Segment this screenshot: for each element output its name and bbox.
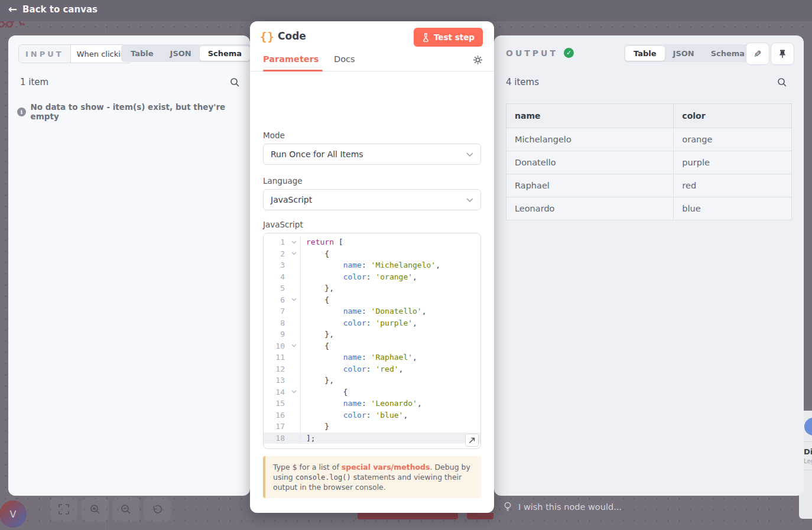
- code-line[interactable]: 6 {: [264, 294, 480, 306]
- line-number: 11: [264, 352, 288, 363]
- zoom-in-icon: [90, 504, 100, 515]
- table-cell[interactable]: purple: [674, 151, 792, 174]
- pushpin-icon: [778, 49, 787, 58]
- code-line[interactable]: 15 name: 'Leonardo',: [264, 398, 480, 409]
- back-to-canvas-button[interactable]: ← Back to canvas: [8, 4, 98, 15]
- input-view-tabs: TableJSONSchema: [121, 44, 251, 62]
- code-editor[interactable]: 1return [2 {3 name: 'Michelangelo',4 col…: [263, 233, 481, 449]
- code-text: {: [301, 294, 480, 306]
- avatar[interactable]: V: [0, 500, 27, 528]
- chevron-down-icon: [466, 152, 473, 157]
- table-cell[interactable]: red: [674, 174, 792, 197]
- mode-label: Mode: [263, 131, 481, 140]
- pencil-icon: ✎: [753, 48, 761, 60]
- info-icon: i: [17, 108, 26, 116]
- code-line[interactable]: 1return [: [264, 236, 480, 248]
- output-tab-json[interactable]: JSON: [665, 46, 703, 61]
- code-line[interactable]: 11 name: 'Raphael',: [264, 352, 480, 363]
- pin-data-button[interactable]: [771, 43, 794, 65]
- code-line[interactable]: 8 color: 'purple',: [264, 317, 480, 329]
- output-search-button[interactable]: [777, 77, 787, 87]
- node-feedback-label: I wish this node would...: [518, 502, 622, 512]
- hint-code: console.log(): [295, 473, 351, 482]
- node-feedback-link[interactable]: I wish this node would...: [504, 502, 622, 512]
- node-title[interactable]: Code: [278, 30, 306, 42]
- editor-label: JavaScript: [263, 220, 481, 229]
- expand-arrow-icon: [469, 437, 475, 444]
- line-number: 1: [264, 236, 288, 248]
- canvas-node-button: [467, 513, 493, 519]
- zoom-in-button[interactable]: [82, 497, 109, 522]
- hint-text: Type $ for a list of: [273, 463, 342, 472]
- test-step-button[interactable]: Test step: [414, 28, 483, 47]
- undo-icon: [152, 504, 163, 515]
- code-line[interactable]: 9 },: [264, 329, 480, 340]
- undo-button[interactable]: [144, 497, 171, 522]
- input-search-button[interactable]: [230, 77, 240, 87]
- code-text: },: [301, 375, 480, 386]
- fold-chevron-icon[interactable]: [288, 294, 301, 306]
- code-line[interactable]: 14 {: [264, 386, 480, 398]
- test-step-label: Test step: [434, 32, 475, 42]
- fold-gutter: [288, 329, 301, 340]
- mode-select[interactable]: Run Once for All Items: [263, 144, 481, 165]
- edit-output-button[interactable]: ✎: [746, 43, 769, 65]
- fold-chevron-icon[interactable]: [288, 236, 301, 248]
- table-cell[interactable]: Leonardo: [506, 197, 674, 220]
- code-line[interactable]: 10 {: [264, 340, 480, 352]
- line-number: 8: [264, 317, 288, 329]
- table-cell[interactable]: orange: [674, 128, 792, 151]
- code-text: name: 'Leonardo',: [301, 398, 480, 409]
- input-tab-json[interactable]: JSON: [162, 46, 200, 61]
- code-line[interactable]: 16 color: 'blue',: [264, 409, 480, 421]
- code-line[interactable]: 13 },: [264, 375, 480, 386]
- code-line[interactable]: 12 color: 'red',: [264, 363, 480, 375]
- code-text: }: [301, 421, 480, 433]
- tab-parameters[interactable]: Parameters: [263, 54, 319, 64]
- code-text: color: 'purple',: [301, 317, 480, 329]
- output-view-tabs: TableJSONSchema: [624, 44, 754, 62]
- code-line[interactable]: 7 name: 'Donatello',: [264, 305, 480, 317]
- tab-docs[interactable]: Docs: [334, 54, 355, 64]
- fit-view-button[interactable]: [50, 497, 77, 522]
- output-header: OUTPUT ✓: [506, 48, 574, 58]
- code-text: color: 'blue',: [301, 409, 480, 421]
- fold-gutter: [288, 282, 301, 294]
- fold-gutter: [288, 363, 301, 375]
- output-panel-label: OUTPUT: [506, 48, 558, 58]
- fold-chevron-icon[interactable]: [288, 248, 301, 260]
- input-tab-schema[interactable]: Schema: [200, 46, 250, 61]
- editor-hint-callout: Type $ for a list of special vars/method…: [263, 456, 481, 498]
- column-header-name[interactable]: name: [506, 104, 674, 128]
- code-line[interactable]: 2 {: [264, 248, 480, 260]
- node-settings-button[interactable]: [473, 55, 483, 65]
- language-select[interactable]: JavaScript: [263, 189, 481, 210]
- table-cell[interactable]: blue: [674, 197, 792, 220]
- fold-gutter: [288, 317, 301, 329]
- input-tab-table[interactable]: Table: [122, 46, 162, 61]
- code-line[interactable]: 3 name: 'Michelangelo',: [264, 259, 480, 271]
- fold-chevron-icon[interactable]: [288, 340, 301, 352]
- output-tab-table[interactable]: Table: [625, 46, 665, 61]
- language-value: JavaScript: [271, 195, 312, 204]
- table-cell[interactable]: Raphael: [506, 174, 674, 197]
- fold-gutter: [288, 409, 301, 421]
- code-text: {: [301, 386, 480, 398]
- column-header-color[interactable]: color: [674, 104, 792, 128]
- code-line[interactable]: 18];: [264, 433, 480, 444]
- line-number: 7: [264, 305, 288, 317]
- table-row: Raphaelred: [506, 174, 792, 197]
- code-line[interactable]: 4 color: 'orange',: [264, 271, 480, 283]
- code-line[interactable]: 17 }: [264, 421, 480, 433]
- code-line[interactable]: 5 },: [264, 282, 480, 294]
- special-vars-link[interactable]: special vars/methods: [342, 463, 430, 472]
- table-cell[interactable]: Donatello: [506, 151, 674, 174]
- table-cell[interactable]: Michelangelo: [506, 128, 674, 151]
- line-number: 3: [264, 259, 288, 271]
- top-bar: ← Back to canvas: [0, 0, 812, 21]
- code-text: ];: [301, 433, 480, 444]
- fold-chevron-icon[interactable]: [288, 386, 301, 398]
- expand-editor-button[interactable]: [465, 434, 479, 447]
- zoom-out-button[interactable]: [112, 497, 139, 522]
- line-number: 9: [264, 329, 288, 340]
